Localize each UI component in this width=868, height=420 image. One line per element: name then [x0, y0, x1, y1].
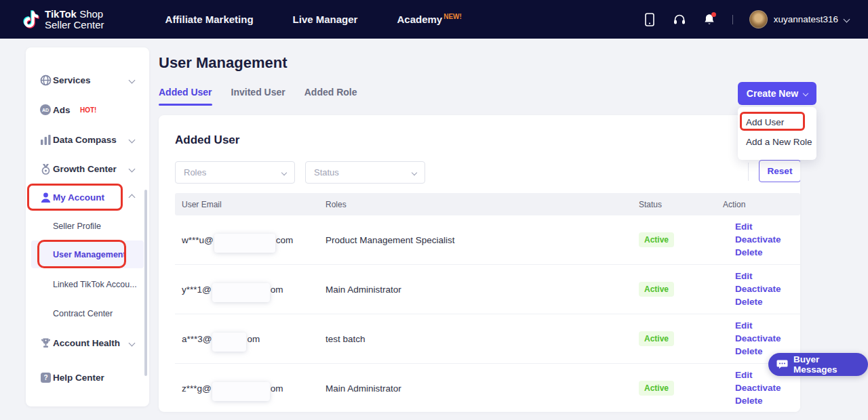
status-placeholder: Status	[314, 167, 339, 177]
table-header-row: User Email Roles Status Action	[175, 193, 800, 215]
notification-dot	[711, 12, 716, 17]
username: xuyannatest316	[774, 14, 838, 24]
table-row: a***3@om test batch Active Edit Deactiva…	[175, 314, 800, 364]
roles-filter-select[interactable]: Roles	[175, 161, 295, 184]
subitem-label: Seller Profile	[53, 222, 101, 231]
sidebar-item-data-compass[interactable]: Data Compass	[26, 130, 149, 149]
chevron-down-icon	[129, 339, 136, 346]
edit-link[interactable]: Edit	[735, 270, 800, 282]
chevron-down-icon	[129, 77, 136, 83]
status-cell: Active	[639, 381, 723, 396]
person-icon	[39, 191, 52, 203]
nav-academy[interactable]: AcademyNEW!	[397, 14, 461, 25]
user-email: a***3@om	[182, 329, 326, 348]
create-new-label: Create New	[747, 88, 798, 99]
sidebar-label: Data Compass	[53, 135, 117, 145]
notification-bell-icon[interactable]	[703, 12, 716, 27]
new-badge: NEW!	[443, 13, 462, 20]
buyer-messages-button[interactable]: Buyer Messages	[768, 353, 868, 376]
status-badge: Active	[639, 331, 674, 346]
user-email: w***u@com	[182, 230, 326, 249]
sidebar-subitem-linked-tiktok-accounts[interactable]: Linked TikTok Accou...	[26, 276, 144, 293]
top-navbar: TikTok Shop Seller Center Affiliate Mark…	[0, 0, 868, 39]
redaction-blur	[212, 382, 270, 401]
chevron-down-icon	[844, 16, 850, 23]
sidebar-subitem-user-management[interactable]: User Management	[26, 247, 144, 263]
tiktok-note-icon	[23, 10, 39, 28]
sidebar-scrollbar[interactable]	[144, 190, 147, 376]
sidebar-item-services[interactable]: Services	[26, 70, 149, 89]
tab-added-user[interactable]: Added User	[159, 87, 212, 106]
svg-text:?: ?	[43, 374, 47, 381]
deactivate-link[interactable]: Deactivate	[735, 333, 800, 345]
question-icon: ?	[39, 371, 52, 383]
trophy-icon	[39, 337, 52, 349]
deactivate-link[interactable]: Deactivate	[735, 382, 800, 394]
status-badge: Active	[639, 381, 674, 396]
sidebar-subitem-contract-center[interactable]: Contract Center	[26, 306, 144, 322]
logo-text: TikTok Shop Seller Center	[45, 9, 104, 30]
status-cell: Active	[639, 232, 723, 247]
sidebar-label: Services	[53, 75, 91, 85]
headset-support-icon[interactable]	[673, 12, 686, 27]
section-title: Added User	[175, 133, 239, 147]
globe-icon	[39, 74, 52, 86]
avatar	[749, 10, 768, 28]
added-user-panel: Added User Roles Status Reset User Email…	[159, 115, 800, 412]
nav-affiliate-marketing[interactable]: Affiliate Marketing	[165, 14, 254, 25]
subitem-label: Linked TikTok Accou...	[53, 280, 137, 289]
status-cell: Active	[639, 331, 723, 346]
user-email: z***g@om	[182, 379, 326, 398]
redaction-blur	[212, 283, 270, 302]
sidebar-item-growth-center[interactable]: Growth Center	[26, 159, 149, 178]
svg-text:AD: AD	[42, 108, 49, 112]
table-row: y***1@om Main Administrator Active Edit …	[175, 265, 800, 314]
tab-invited-user[interactable]: Invited User	[231, 87, 285, 106]
account-menu[interactable]: xuyannatest316	[749, 10, 849, 28]
sidebar-label: Ads	[53, 105, 71, 115]
user-role: Product Management Specialist	[326, 235, 639, 245]
sidebar: Services AD Ads HOT! Data Compass Growth…	[26, 47, 149, 406]
sidebar-subitem-seller-profile[interactable]: Seller Profile	[26, 218, 144, 234]
subitem-label: Contract Center	[53, 309, 113, 318]
tab-added-role[interactable]: Added Role	[304, 87, 357, 106]
deactivate-link[interactable]: Deactivate	[735, 283, 800, 295]
deactivate-link[interactable]: Deactivate	[735, 234, 800, 246]
mobile-app-icon[interactable]	[643, 12, 656, 27]
action-cell: Edit Deactivate Delete	[723, 320, 800, 358]
nav-live-manager[interactable]: Live Manager	[293, 14, 358, 25]
subitem-label: User Management	[53, 250, 126, 259]
delete-link[interactable]: Delete	[735, 247, 800, 259]
delete-link[interactable]: Delete	[735, 395, 800, 407]
chevron-down-icon	[129, 136, 136, 143]
status-badge: Active	[639, 232, 674, 247]
roles-placeholder: Roles	[184, 167, 206, 177]
chevron-down-icon	[412, 169, 417, 175]
col-action: Action	[723, 200, 800, 209]
sidebar-label: Help Center	[53, 373, 104, 383]
status-cell: Active	[639, 282, 723, 297]
tiktok-shop-logo[interactable]: TikTok Shop Seller Center	[23, 9, 104, 30]
sidebar-item-account-health[interactable]: Account Health	[26, 333, 149, 352]
action-cell: Edit Deactivate Delete	[723, 270, 800, 308]
edit-link[interactable]: Edit	[735, 221, 800, 233]
tab-bar: Added User Invited User Added Role	[159, 87, 357, 106]
sidebar-item-help-center[interactable]: ? Help Center	[26, 368, 149, 387]
nav-divider	[732, 15, 733, 24]
sidebar-label: Account Health	[53, 338, 120, 348]
status-filter-select[interactable]: Status	[305, 161, 425, 184]
create-new-button[interactable]: Create New	[738, 82, 816, 105]
edit-link[interactable]: Edit	[735, 320, 800, 332]
filter-divider	[748, 163, 749, 181]
user-role: Main Administrator	[326, 383, 639, 394]
menu-item-add-new-role[interactable]: Add a New Role	[738, 132, 816, 152]
hot-badge: HOT!	[80, 106, 96, 114]
menu-item-add-user[interactable]: Add User	[738, 112, 816, 132]
redaction-blur	[212, 333, 246, 352]
delete-link[interactable]: Delete	[735, 296, 800, 308]
reset-button[interactable]: Reset	[759, 160, 800, 182]
sidebar-item-my-account[interactable]: My Account	[26, 188, 149, 207]
sidebar-item-ads[interactable]: AD Ads HOT!	[26, 100, 149, 119]
user-email: y***1@om	[182, 280, 326, 299]
chevron-down-icon	[803, 91, 808, 96]
